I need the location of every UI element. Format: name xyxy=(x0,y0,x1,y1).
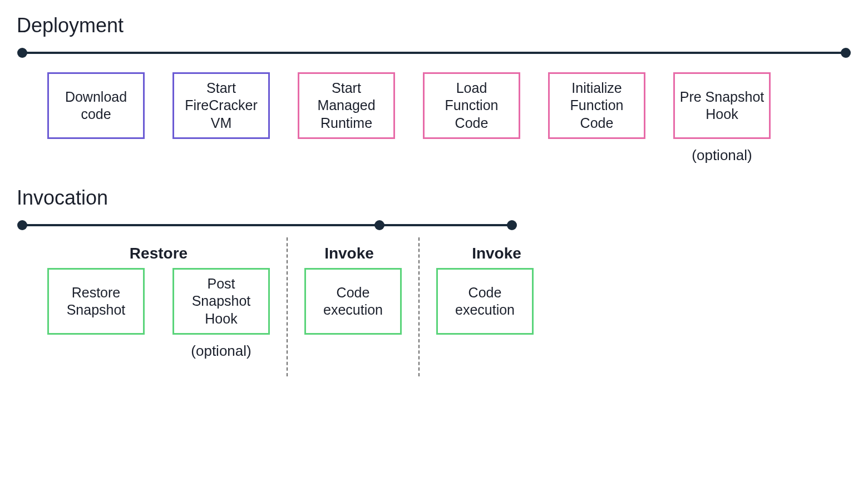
phase-label-invoke: Invoke xyxy=(428,245,565,262)
invocation-steps-row: Restore Snapshot Post Snapshot Hook (opt… xyxy=(17,268,851,376)
step-box: Pre Snapshot Hook xyxy=(673,72,771,139)
phase-separator xyxy=(418,237,420,376)
deployment-step: Download code xyxy=(47,72,145,139)
deployment-title: Deployment xyxy=(17,14,851,37)
deployment-step: Pre Snapshot Hook (optional) xyxy=(673,72,771,164)
deployment-step: Start Managed Runtime xyxy=(298,72,395,139)
invocation-step: Restore Snapshot xyxy=(47,268,145,360)
step-box: Code execution xyxy=(304,268,402,335)
step-note: (optional) xyxy=(692,147,752,164)
phase-label-invoke: Invoke xyxy=(287,245,412,262)
phase-separator xyxy=(287,237,288,376)
phase-label-restore: Restore xyxy=(47,245,270,262)
invocation-timeline xyxy=(17,220,517,231)
invocation-step: Post Snapshot Hook (optional) xyxy=(172,268,270,360)
deployment-steps-row: Download code Start FireCracker VM Start… xyxy=(17,72,851,164)
step-box: Post Snapshot Hook xyxy=(172,268,270,335)
step-box: Download code xyxy=(47,72,145,139)
deployment-step: Load Function Code xyxy=(423,72,520,139)
step-box: Start Managed Runtime xyxy=(298,72,395,139)
deployment-step: Start FireCracker VM xyxy=(172,72,270,139)
step-box: Start FireCracker VM xyxy=(172,72,270,139)
step-note: (optional) xyxy=(191,342,251,360)
invoke-group: Code execution xyxy=(304,268,402,335)
deployment-step: Initialize Function Code xyxy=(548,72,645,139)
invoke-group: Code execution xyxy=(436,268,534,335)
phase-labels-row: Restore Invoke Invoke xyxy=(17,245,851,262)
step-box: Code execution xyxy=(436,268,534,335)
step-box: Initialize Function Code xyxy=(548,72,645,139)
step-box: Restore Snapshot xyxy=(47,268,145,335)
invocation-step: Code execution xyxy=(304,268,402,335)
step-box: Load Function Code xyxy=(423,72,520,139)
deployment-timeline xyxy=(17,47,851,58)
invocation-step: Code execution xyxy=(436,268,534,335)
invocation-title: Invocation xyxy=(17,186,851,210)
restore-group: Restore Snapshot Post Snapshot Hook (opt… xyxy=(47,268,270,360)
